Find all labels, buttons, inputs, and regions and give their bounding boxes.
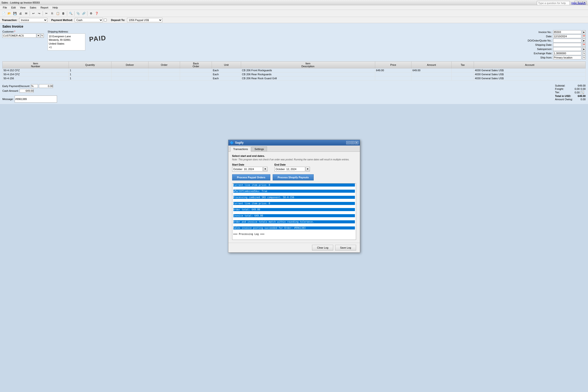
modal-overlay: 🔷 Sagify ─ □ ✕ Transactions Settings Sel… (0, 0, 588, 104)
